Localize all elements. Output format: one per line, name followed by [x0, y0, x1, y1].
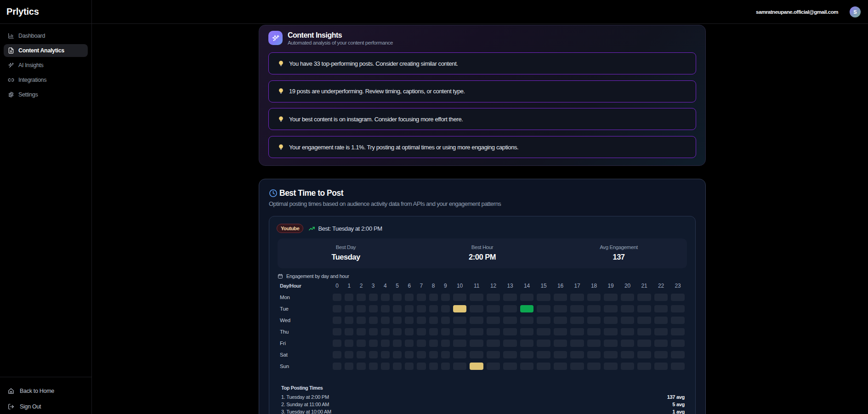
heatmap-cell-sat-3[interactable] [369, 351, 378, 358]
heatmap-cell-mon-10[interactable] [453, 294, 467, 301]
heatmap-cell-tue-4[interactable] [381, 305, 390, 312]
heatmap-cell-thu-21[interactable] [637, 328, 651, 335]
heatmap-cell-tue-16[interactable] [554, 305, 567, 312]
heatmap-cell-sat-7[interactable] [417, 351, 425, 358]
heatmap-cell-thu-7[interactable] [417, 328, 425, 335]
heatmap-cell-wed-21[interactable] [637, 317, 651, 324]
heatmap-cell-sun-3[interactable] [369, 363, 378, 370]
heatmap-cell-tue-9[interactable] [441, 305, 450, 312]
heatmap-cell-thu-11[interactable] [470, 328, 483, 335]
heatmap-cell-tue-13[interactable] [503, 305, 517, 312]
heatmap-cell-thu-22[interactable] [654, 328, 668, 335]
heatmap-cell-wed-17[interactable] [570, 317, 584, 324]
heatmap-cell-fri-0[interactable] [333, 340, 341, 347]
heatmap-cell-tue-3[interactable] [369, 305, 378, 312]
heatmap-cell-wed-4[interactable] [381, 317, 390, 324]
heatmap-cell-sun-1[interactable] [345, 363, 353, 370]
heatmap-cell-fri-22[interactable] [654, 340, 668, 347]
heatmap-cell-sun-0[interactable] [333, 363, 341, 370]
heatmap-cell-sat-6[interactable] [405, 351, 414, 358]
heatmap-cell-mon-16[interactable] [554, 294, 567, 301]
heatmap-cell-sun-11[interactable] [470, 363, 483, 370]
heatmap-cell-wed-11[interactable] [470, 317, 483, 324]
heatmap-cell-sat-17[interactable] [570, 351, 584, 358]
heatmap-cell-mon-18[interactable] [587, 294, 601, 301]
heatmap-cell-fri-23[interactable] [671, 340, 685, 347]
heatmap-cell-wed-8[interactable] [429, 317, 438, 324]
heatmap-cell-wed-15[interactable] [537, 317, 550, 324]
heatmap-cell-mon-5[interactable] [393, 294, 402, 301]
heatmap-cell-sat-23[interactable] [671, 351, 685, 358]
heatmap-cell-wed-3[interactable] [369, 317, 378, 324]
heatmap-cell-tue-7[interactable] [417, 305, 425, 312]
heatmap-cell-sat-20[interactable] [621, 351, 635, 358]
heatmap-cell-tue-21[interactable] [637, 305, 651, 312]
heatmap-cell-sun-2[interactable] [357, 363, 365, 370]
heatmap-cell-wed-7[interactable] [417, 317, 425, 324]
heatmap-cell-sat-13[interactable] [503, 351, 517, 358]
sidebar-item-content-analytics[interactable]: Content Analytics [4, 44, 88, 57]
heatmap-cell-thu-4[interactable] [381, 328, 390, 335]
heatmap-cell-thu-3[interactable] [369, 328, 378, 335]
heatmap-cell-fri-5[interactable] [393, 340, 402, 347]
heatmap-cell-mon-6[interactable] [405, 294, 414, 301]
sidebar-item-integrations[interactable]: Integrations [4, 74, 88, 86]
heatmap-cell-fri-15[interactable] [537, 340, 550, 347]
heatmap-cell-mon-7[interactable] [417, 294, 425, 301]
heatmap-cell-wed-10[interactable] [453, 317, 467, 324]
heatmap-cell-mon-21[interactable] [637, 294, 651, 301]
heatmap-cell-mon-9[interactable] [441, 294, 450, 301]
heatmap-cell-wed-5[interactable] [393, 317, 402, 324]
heatmap-cell-mon-20[interactable] [621, 294, 635, 301]
heatmap-cell-sun-15[interactable] [537, 363, 550, 370]
heatmap-cell-sun-9[interactable] [441, 363, 450, 370]
heatmap-cell-sun-17[interactable] [570, 363, 584, 370]
sidebar-footer-item-sign-out[interactable]: Sign Out [4, 400, 88, 413]
heatmap-cell-fri-14[interactable] [520, 340, 534, 347]
heatmap-cell-thu-9[interactable] [441, 328, 450, 335]
heatmap-cell-tue-0[interactable] [333, 305, 341, 312]
heatmap-cell-fri-4[interactable] [381, 340, 390, 347]
heatmap-cell-sun-6[interactable] [405, 363, 414, 370]
heatmap-cell-mon-19[interactable] [604, 294, 618, 301]
heatmap-cell-tue-8[interactable] [429, 305, 438, 312]
heatmap-cell-sat-5[interactable] [393, 351, 402, 358]
heatmap-cell-wed-14[interactable] [520, 317, 534, 324]
heatmap-cell-sun-23[interactable] [671, 363, 685, 370]
heatmap-cell-sat-9[interactable] [441, 351, 450, 358]
heatmap-cell-sat-18[interactable] [587, 351, 601, 358]
heatmap-cell-tue-22[interactable] [654, 305, 668, 312]
heatmap-cell-mon-15[interactable] [537, 294, 550, 301]
heatmap-cell-thu-14[interactable] [520, 328, 534, 335]
heatmap-cell-fri-12[interactable] [487, 340, 500, 347]
heatmap-cell-tue-1[interactable] [345, 305, 353, 312]
heatmap-cell-thu-23[interactable] [671, 328, 685, 335]
heatmap-cell-tue-18[interactable] [587, 305, 601, 312]
heatmap-cell-tue-11[interactable] [470, 305, 483, 312]
heatmap-cell-tue-15[interactable] [537, 305, 550, 312]
heatmap-cell-fri-20[interactable] [621, 340, 635, 347]
heatmap-cell-tue-23[interactable] [671, 305, 685, 312]
heatmap-cell-sun-14[interactable] [520, 363, 534, 370]
heatmap-cell-sun-20[interactable] [621, 363, 635, 370]
heatmap-cell-fri-9[interactable] [441, 340, 450, 347]
heatmap-cell-sat-1[interactable] [345, 351, 353, 358]
heatmap-cell-wed-19[interactable] [604, 317, 618, 324]
heatmap-cell-thu-18[interactable] [587, 328, 601, 335]
heatmap-cell-tue-12[interactable] [487, 305, 500, 312]
heatmap-cell-sat-10[interactable] [453, 351, 467, 358]
heatmap-cell-thu-10[interactable] [453, 328, 467, 335]
heatmap-cell-sat-19[interactable] [604, 351, 618, 358]
heatmap-cell-mon-3[interactable] [369, 294, 378, 301]
heatmap-cell-thu-5[interactable] [393, 328, 402, 335]
heatmap-cell-thu-19[interactable] [604, 328, 618, 335]
sidebar-item-dashboard[interactable]: Dashboard [4, 29, 88, 42]
sidebar-item-settings[interactable]: Settings [4, 88, 88, 101]
heatmap-cell-sun-16[interactable] [554, 363, 567, 370]
heatmap-cell-mon-13[interactable] [503, 294, 517, 301]
heatmap-cell-fri-10[interactable] [453, 340, 467, 347]
heatmap-cell-thu-16[interactable] [554, 328, 567, 335]
heatmap-cell-wed-20[interactable] [621, 317, 635, 324]
heatmap-cell-wed-0[interactable] [333, 317, 341, 324]
heatmap-cell-sat-22[interactable] [654, 351, 668, 358]
